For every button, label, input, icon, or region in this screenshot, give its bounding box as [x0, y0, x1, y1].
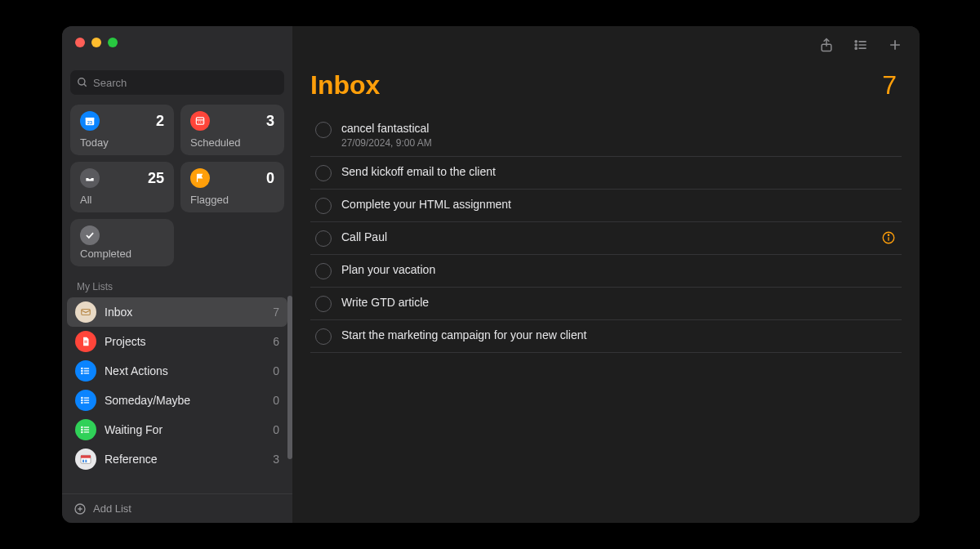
smart-all-count: 25 — [148, 170, 164, 187]
task-body: Start the marketing campaign for your ne… — [341, 328, 897, 342]
calendar-icon: 23 — [80, 111, 100, 131]
smart-today[interactable]: 23 2 Today — [70, 105, 174, 155]
share-icon — [818, 37, 835, 53]
svg-point-23 — [82, 399, 82, 400]
list-total-count: 7 — [882, 70, 897, 100]
tasks-container: cancel fantastical27/09/2024, 9:00 AMSen… — [292, 114, 920, 353]
list-name: Inbox — [105, 306, 273, 319]
main-pane: Inbox 7 cancel fantastical27/09/2024, 9:… — [292, 26, 920, 523]
task-body: Complete your HTML assignment — [341, 197, 897, 212]
svg-point-0 — [78, 78, 85, 85]
smart-completed[interactable]: Completed — [70, 219, 174, 266]
svg-point-30 — [82, 431, 82, 432]
svg-point-28 — [82, 427, 82, 428]
smart-today-label: Today — [80, 136, 164, 149]
task-title: Send kickoff email to the client — [341, 164, 897, 179]
task-body: Write GTD article — [341, 295, 897, 310]
task-complete-checkbox[interactable] — [315, 230, 332, 247]
task-title: Complete your HTML assignment — [341, 197, 897, 212]
svg-point-7 — [198, 122, 199, 123]
svg-rect-32 — [81, 455, 91, 458]
svg-line-1 — [84, 84, 87, 87]
list-icon — [75, 301, 96, 323]
task-row[interactable]: Call Paul — [310, 222, 902, 255]
smart-flagged[interactable]: 0 Flagged — [180, 162, 284, 212]
svg-point-43 — [855, 47, 857, 49]
window-controls — [62, 26, 292, 59]
svg-point-9 — [202, 122, 203, 123]
lists-container: Inbox7Projects6Next Actions0Someday/Mayb… — [62, 297, 292, 493]
list-header: Inbox 7 — [292, 64, 920, 114]
svg-point-8 — [200, 122, 201, 123]
fullscreen-window-button[interactable] — [108, 38, 118, 47]
list-name: Someday/Maybe — [105, 394, 273, 407]
task-complete-checkbox[interactable] — [315, 165, 332, 181]
task-row[interactable]: Write GTD article — [310, 288, 902, 320]
view-options-button[interactable] — [853, 37, 869, 53]
flag-icon — [190, 168, 210, 188]
svg-point-22 — [82, 398, 82, 399]
svg-rect-5 — [196, 118, 203, 124]
list-icon — [75, 449, 96, 470]
task-complete-checkbox[interactable] — [315, 263, 332, 279]
svg-point-29 — [82, 429, 82, 430]
task-title: cancel fantastical — [341, 121, 897, 136]
app-window: 23 2 Today 3 Scheduled — [62, 26, 920, 523]
smart-all[interactable]: 25 All — [70, 162, 174, 212]
close-window-button[interactable] — [75, 38, 85, 47]
sidebar-list-next-actions[interactable]: Next Actions0 — [67, 356, 287, 386]
plus-icon — [887, 37, 903, 53]
task-row[interactable]: Send kickoff email to the client — [310, 157, 902, 190]
task-row[interactable]: Complete your HTML assignment — [310, 190, 902, 222]
share-button[interactable] — [818, 37, 835, 53]
svg-text:23: 23 — [87, 120, 92, 125]
task-body: Plan your vacation — [341, 262, 897, 277]
plus-circle-icon — [74, 502, 87, 516]
sidebar-list-inbox[interactable]: Inbox7 — [67, 297, 287, 327]
calendar-grid-icon — [190, 111, 210, 131]
list-count: 6 — [273, 335, 279, 348]
task-subtitle: 27/09/2024, 9:00 AM — [341, 137, 897, 149]
task-title: Call Paul — [341, 230, 880, 244]
sidebar-list-projects[interactable]: Projects6 — [67, 327, 287, 356]
sidebar-list-reference[interactable]: Reference3 — [67, 444, 287, 474]
task-row[interactable]: cancel fantastical27/09/2024, 9:00 AM — [310, 114, 902, 157]
sidebar-list-waiting-for[interactable]: Waiting For0 — [67, 415, 287, 444]
minimize-window-button[interactable] — [91, 38, 101, 47]
svg-point-17 — [82, 370, 82, 371]
task-complete-checkbox[interactable] — [315, 198, 332, 214]
list-count: 7 — [273, 306, 279, 319]
add-list-button[interactable]: Add List — [62, 493, 292, 523]
task-title: Write GTD article — [341, 295, 897, 310]
task-body: Call Paul — [341, 230, 880, 244]
smart-scheduled-label: Scheduled — [190, 136, 274, 149]
task-info-button[interactable] — [880, 230, 897, 246]
new-reminder-button[interactable] — [887, 37, 903, 53]
info-icon — [881, 230, 896, 245]
task-complete-checkbox[interactable] — [315, 328, 332, 345]
list-name: Waiting For — [105, 423, 273, 436]
add-list-label: Add List — [93, 502, 131, 515]
svg-point-24 — [82, 402, 82, 403]
smart-scheduled[interactable]: 3 Scheduled — [180, 105, 284, 155]
list-count: 3 — [273, 453, 279, 466]
task-complete-checkbox[interactable] — [315, 296, 332, 312]
task-row[interactable]: Plan your vacation — [310, 255, 902, 288]
sidebar-list-someday-maybe[interactable]: Someday/Maybe0 — [67, 386, 287, 415]
svg-point-49 — [888, 234, 889, 235]
search-field[interactable] — [70, 70, 284, 95]
list-count: 0 — [273, 364, 279, 377]
search-input[interactable] — [93, 77, 278, 89]
mylists-header: My Lists — [62, 266, 292, 297]
list-title: Inbox — [310, 70, 380, 100]
task-row[interactable]: Start the marketing campaign for your ne… — [310, 320, 902, 353]
svg-rect-3 — [86, 118, 95, 119]
check-icon — [80, 225, 100, 245]
search-icon — [77, 77, 88, 88]
list-name: Reference — [105, 453, 273, 466]
svg-rect-33 — [82, 460, 84, 462]
task-title: Start the marketing campaign for your ne… — [341, 328, 897, 342]
task-complete-checkbox[interactable] — [315, 122, 332, 138]
list-name: Next Actions — [105, 364, 273, 377]
task-body: Send kickoff email to the client — [341, 164, 897, 179]
